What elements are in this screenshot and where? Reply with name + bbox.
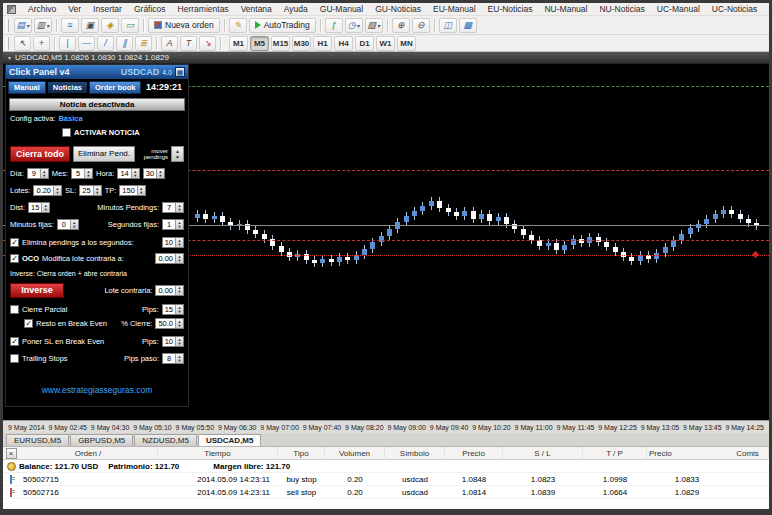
timeframe-button[interactable]: M30 [292, 36, 311, 51]
toolbar-grip[interactable] [6, 37, 9, 50]
terminal-column-header[interactable]: Precio [647, 447, 727, 460]
timeframe-button[interactable]: M1 [229, 36, 248, 51]
menu-item[interactable]: Ver [62, 4, 87, 14]
cierre-parcial-checkbox[interactable] [10, 305, 19, 314]
profiles-button[interactable]: ▥▾ [34, 18, 52, 33]
toolbar-grip[interactable] [6, 19, 9, 32]
terminal-column-header[interactable]: Tiempo [158, 447, 278, 460]
chart-tab[interactable]: USDCAD,M5 [198, 434, 262, 446]
elimina-pendings-checkbox[interactable] [10, 238, 19, 247]
oco-checkbox[interactable] [10, 254, 19, 263]
menu-item[interactable]: EU-Noticias [482, 4, 539, 14]
channel-button[interactable]: ∥ [116, 36, 133, 51]
timeframe-button[interactable]: W1 [376, 36, 395, 51]
window-menu-icon[interactable]: ▾ [8, 54, 11, 61]
elimina-pendings-stepper[interactable]: 10▲▼ [162, 237, 184, 248]
trendline-button[interactable]: / [97, 36, 114, 51]
poner-sl-checkbox[interactable] [10, 337, 19, 346]
menu-item[interactable]: EU-Manual [427, 4, 482, 14]
terminal-column-header[interactable]: S / L [503, 447, 583, 460]
minutos-fijas-stepper[interactable]: 0▲▼ [57, 219, 79, 230]
terminal-column-header[interactable]: Precio [445, 447, 503, 460]
text-button[interactable]: A [161, 36, 178, 51]
horizontal-line-button[interactable]: ― [78, 36, 95, 51]
crosshair-button[interactable]: + [33, 36, 50, 51]
trailing-pips-stepper[interactable]: 8▲▼ [162, 353, 184, 364]
menu-item[interactable]: UC-Noticias [706, 4, 763, 14]
menu-item[interactable]: Archivo [22, 4, 62, 14]
terminal-column-header[interactable]: Tipo [278, 447, 325, 460]
label-button[interactable]: T [180, 36, 197, 51]
terminal-column-header[interactable]: Símbolo [385, 447, 445, 460]
poner-pips-stepper[interactable]: 10▲▼ [162, 336, 184, 347]
panel-tab[interactable]: Noticias [47, 81, 88, 94]
minutos-pendings-stepper[interactable]: 7▲▼ [162, 202, 184, 213]
menu-item[interactable]: GU-Manual [314, 4, 369, 14]
vertical-line-button[interactable]: | [59, 36, 76, 51]
balance-row[interactable]: Balance: 121.70 USD Patrimonio: 121.70 M… [3, 460, 769, 473]
fibonacci-button[interactable]: ≣ [135, 36, 152, 51]
cascade-windows-button[interactable]: ▩ [459, 18, 477, 33]
segundos-fijas-stepper[interactable]: 1▲▼ [162, 219, 184, 230]
timeframe-button[interactable]: H1 [313, 36, 332, 51]
market-watch-button[interactable]: ≡ [61, 18, 79, 33]
menu-item[interactable]: Gráficos [128, 4, 172, 14]
eliminar-pend-button[interactable]: Eliminar Pend. [73, 146, 135, 162]
cierre-pips-stepper[interactable]: 15▲▼ [162, 304, 184, 315]
new-chart-button[interactable]: ▤▾ [14, 18, 32, 33]
periods-button[interactable]: ◷▾ [345, 18, 363, 33]
menu-item[interactable]: GU-Noticias [369, 4, 427, 14]
terminal-column-header[interactable]: Volumen [325, 447, 385, 460]
menu-item[interactable]: UC-Manual [651, 4, 706, 14]
timeframe-button[interactable]: M5 [250, 36, 269, 51]
terminal-close-button[interactable]: × [6, 448, 17, 459]
trailing-stops-checkbox[interactable] [10, 354, 19, 363]
mover-pendings-stepper[interactable]: ▲▼ [171, 146, 184, 162]
data-window-button[interactable]: ▣ [81, 18, 99, 33]
menu-item[interactable]: Ayuda [278, 4, 314, 14]
chart-window-titlebar[interactable]: ▾ USDCAD,M5 1.0826 1.0830 1.0824 1.0829 [3, 52, 769, 64]
cierra-todo-button[interactable]: Cierra todo [10, 146, 70, 162]
terminal-column-header[interactable]: Orden / [19, 447, 158, 460]
tp-stepper[interactable]: 150▲▼ [119, 185, 146, 196]
chart-area[interactable]: Click Panel v4 USDCAD 4.0 ▦ ManualNotici… [3, 64, 769, 420]
oco-lote-stepper[interactable]: 0.00▲▼ [155, 253, 184, 264]
menu-item[interactable]: Ventana [235, 4, 278, 14]
terminal-button[interactable]: ▭ [121, 18, 139, 33]
terminal-column-header[interactable]: Comis [727, 447, 769, 460]
panel-tab[interactable]: Manual [8, 81, 46, 94]
chart-tab[interactable]: NZDUSD,M5 [134, 434, 197, 446]
tile-windows-button[interactable]: ◫ [439, 18, 457, 33]
arrows-button[interactable]: ↘ [199, 36, 216, 51]
timeframe-button[interactable]: M15 [271, 36, 290, 51]
menu-item[interactable]: NU-Manual [538, 4, 593, 14]
templates-button[interactable]: ▧▾ [365, 18, 383, 33]
metaeditor-button[interactable]: ✎ [229, 18, 247, 33]
activar-noticia-checkbox[interactable] [62, 128, 71, 137]
inverse-button[interactable]: Inverse [10, 283, 64, 298]
panel-menu-icon[interactable]: ▦ [175, 67, 185, 77]
timeframe-button[interactable]: MN [397, 36, 416, 51]
minutos-stepper[interactable]: 30▲▼ [143, 168, 165, 179]
website-link[interactable]: www.estrategiasseguras.com [6, 385, 188, 395]
indicators-button[interactable]: ƒ [325, 18, 343, 33]
order-row[interactable]: 50502716 2014.05.09 14:23:11 sell stop 0… [3, 486, 769, 499]
lotes-stepper[interactable]: 0.20▲▼ [33, 185, 62, 196]
cierre-pct-stepper[interactable]: 50.0▲▼ [155, 318, 184, 329]
zoom-out-button[interactable]: ⊖ [412, 18, 430, 33]
resto-break-even-checkbox[interactable] [24, 319, 33, 328]
terminal-column-header[interactable]: T / P [583, 447, 647, 460]
mes-stepper[interactable]: 5▲▼ [71, 168, 93, 179]
chart-tab[interactable]: EURUSD,M5 [6, 434, 69, 446]
menu-item[interactable]: NU-Noticias [593, 4, 650, 14]
cursor-button[interactable]: ↖ [14, 36, 31, 51]
click-panel-titlebar[interactable]: Click Panel v4 USDCAD 4.0 ▦ [6, 65, 188, 79]
hora-stepper[interactable]: 14▲▼ [117, 168, 139, 179]
zoom-in-button[interactable]: ⊕ [392, 18, 410, 33]
dia-stepper[interactable]: 9▲▼ [27, 168, 49, 179]
panel-tab[interactable]: Order book [89, 81, 141, 94]
timeframe-button[interactable]: D1 [355, 36, 374, 51]
sl-stepper[interactable]: 25▲▼ [79, 185, 101, 196]
autotrading-button[interactable]: AutoTrading [249, 18, 316, 33]
order-row[interactable]: 50502715 2014.05.09 14:23:11 buy stop 0.… [3, 473, 769, 486]
